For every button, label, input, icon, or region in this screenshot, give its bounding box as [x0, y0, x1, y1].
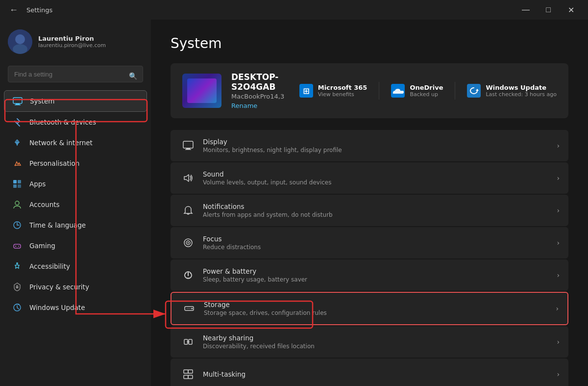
back-button[interactable]: ← — [6, 2, 22, 18]
title-bar-title: Settings — [26, 6, 52, 14]
display-text: Display Monitors, brightness, night ligh… — [203, 138, 557, 154]
close-button[interactable]: ✕ — [560, 2, 582, 18]
storage-title: Storage — [204, 301, 556, 309]
sidebar-item-gaming[interactable]: Gaming — [4, 235, 147, 256]
device-thumbnail — [182, 74, 221, 108]
time-icon — [12, 220, 23, 231]
sound-desc: Volume levels, output, input, sound devi… — [203, 179, 557, 186]
device-rename-link[interactable]: Rename — [231, 102, 290, 109]
focus-title: Focus — [203, 235, 557, 243]
minimize-button[interactable]: — — [514, 2, 537, 18]
maximize-button[interactable]: □ — [537, 2, 560, 18]
svg-rect-5 — [15, 104, 21, 105]
microsoft365-name: Microsoft 365 — [318, 84, 368, 91]
sidebar-item-accounts[interactable]: Accounts — [4, 194, 147, 215]
personalisation-icon — [12, 158, 23, 169]
storage-text: Storage Storage space, drives, configura… — [204, 301, 556, 316]
nearby-desc: Discoverability, received files location — [203, 343, 557, 350]
sidebar-item-update[interactable]: Windows Update — [4, 297, 147, 318]
settings-item-nearby[interactable]: Nearby sharing Discoverability, received… — [171, 326, 568, 358]
windowsupdate-name: Windows Update — [486, 84, 557, 91]
device-info: DESKTOP-S2O4GAB MacBookPro14,3 Rename — [231, 72, 290, 109]
svg-point-2 — [13, 44, 27, 54]
sidebar-item-apps[interactable]: Apps — [4, 174, 147, 194]
title-bar-left: ← Settings — [6, 2, 52, 18]
microsoft365-info: Microsoft 365 View benefits — [318, 84, 368, 98]
onedrive-info: OneDrive Backed up — [410, 84, 443, 98]
storage-icon — [180, 300, 198, 317]
sidebar-item-system[interactable]: System — [4, 90, 147, 112]
accessibility-icon — [12, 261, 23, 272]
svg-rect-30 — [183, 141, 193, 148]
svg-point-21 — [16, 262, 18, 264]
svg-rect-46 — [184, 370, 188, 373]
service-item-windowsupdate[interactable]: Windows Update Last checked: 3 hours ago — [467, 84, 557, 98]
nav-label-system: System — [30, 97, 54, 105]
svg-rect-3 — [13, 98, 22, 103]
nav-label-update: Windows Update — [29, 304, 85, 311]
accounts-icon — [12, 199, 23, 210]
notifications-icon — [179, 202, 197, 219]
svg-point-41 — [192, 308, 193, 309]
user-info: Laurentiu Piron laurentiu.piron@live.com — [38, 35, 106, 49]
sound-chevron: › — [557, 174, 560, 182]
windowsupdate-status: Last checked: 3 hours ago — [486, 91, 557, 98]
storage-desc: Storage space, drives, configuration rul… — [204, 309, 556, 316]
update-icon — [12, 302, 23, 313]
title-bar: ← Settings — □ ✕ — [0, 0, 588, 20]
user-profile[interactable]: Laurentiu Piron laurentiu.piron@live.com — [0, 20, 151, 62]
device-name: DESKTOP-S2O4GAB — [231, 72, 290, 92]
nearby-icon — [179, 333, 197, 351]
title-bar-controls: — □ ✕ — [514, 2, 582, 18]
settings-item-sound[interactable]: Sound Volume levels, output, input, soun… — [171, 162, 568, 194]
page-title: System — [171, 35, 568, 51]
nearby-chevron: › — [557, 338, 560, 346]
sidebar-item-bluetooth[interactable]: Bluetooth & devices — [4, 112, 147, 132]
notifications-chevron: › — [557, 206, 560, 214]
onedrive-name: OneDrive — [410, 84, 443, 91]
display-desc: Monitors, brightness, night light, displ… — [203, 147, 557, 154]
sidebar-item-time[interactable]: Time & language — [4, 215, 147, 235]
nearby-text: Nearby sharing Discoverability, received… — [203, 334, 557, 350]
nav-label-privacy: Privacy & security — [29, 283, 89, 291]
notifications-title: Notifications — [203, 203, 557, 210]
sidebar-item-privacy[interactable]: Privacy & security — [4, 277, 147, 297]
sound-text: Sound Volume levels, output, input, soun… — [203, 170, 557, 186]
privacy-icon — [12, 282, 23, 292]
power-chevron: › — [557, 271, 560, 279]
svg-rect-22 — [16, 286, 19, 288]
nav-list: System Bluetooth & devices Network & int… — [0, 90, 151, 318]
svg-rect-4 — [16, 103, 20, 104]
settings-item-power[interactable]: Power & battery Sleep, battery usage, ba… — [171, 259, 568, 291]
sidebar-item-network[interactable]: Network & internet — [4, 132, 147, 153]
notifications-text: Notifications Alerts from apps and syste… — [203, 203, 557, 218]
svg-text:⊞: ⊞ — [303, 86, 309, 96]
svg-rect-47 — [188, 370, 193, 373]
settings-item-storage[interactable]: Storage Storage space, drives, configura… — [171, 292, 568, 325]
service-item-microsoft365[interactable]: ⊞ Microsoft 365 View benefits — [299, 84, 368, 98]
service-item-onedrive[interactable]: OneDrive Backed up — [391, 84, 443, 98]
multitasking-text: Multi-tasking — [203, 370, 557, 378]
content-area: System DESKTOP-S2O4GAB MacBookPro14,3 Re… — [151, 20, 588, 386]
settings-item-display[interactable]: Display Monitors, brightness, night ligh… — [171, 130, 568, 161]
power-desc: Sleep, battery usage, battery saver — [203, 276, 557, 283]
windowsupdate-icon — [467, 84, 481, 98]
sidebar-item-accessibility[interactable]: Accessibility — [4, 256, 147, 277]
search-input[interactable] — [8, 66, 143, 82]
notifications-desc: Alerts from apps and system, do not dist… — [203, 211, 557, 218]
nav-label-network: Network & internet — [29, 139, 93, 147]
nav-label-gaming: Gaming — [29, 242, 55, 250]
settings-item-multitasking[interactable]: Multi-tasking › — [171, 359, 568, 386]
sidebar-item-personalisation[interactable]: Personalisation — [4, 153, 147, 174]
user-name: Laurentiu Piron — [38, 35, 106, 42]
settings-item-notifications[interactable]: Notifications Alerts from apps and syste… — [171, 195, 568, 226]
svg-rect-49 — [188, 375, 193, 379]
search-container: 🔍 — [0, 62, 151, 90]
svg-rect-48 — [184, 375, 188, 379]
apps-icon — [12, 179, 23, 189]
display-icon — [179, 137, 197, 154]
app-body: Laurentiu Piron laurentiu.piron@live.com… — [0, 20, 588, 386]
settings-item-focus[interactable]: Focus Reduce distractions › — [171, 227, 568, 258]
nav-label-time: Time & language — [29, 221, 86, 229]
sound-title: Sound — [203, 170, 557, 178]
